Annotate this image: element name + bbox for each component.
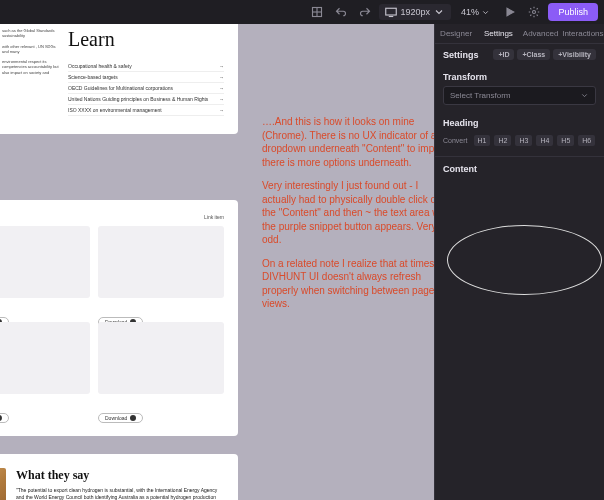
content-title[interactable]: Content bbox=[435, 156, 604, 178]
add-id-pill[interactable]: +ID bbox=[493, 49, 514, 60]
settings-header: Settings +ID +Class +Visibility bbox=[435, 44, 604, 65]
link-item-label: Link item bbox=[0, 214, 224, 220]
list-item[interactable]: Science-based targets→ bbox=[68, 72, 224, 83]
redo-icon[interactable] bbox=[355, 3, 375, 21]
learn-heading: Learn bbox=[68, 28, 224, 51]
h1-button[interactable]: H1 bbox=[474, 135, 491, 146]
testimonial-quote: "The potential to export clean hydrogen … bbox=[16, 487, 224, 500]
desktop-icon bbox=[385, 6, 397, 18]
download-button[interactable]: Download bbox=[98, 413, 143, 423]
chevron-down-icon bbox=[481, 8, 490, 17]
testimonial-heading: What they say bbox=[16, 468, 224, 483]
h5-button[interactable]: H5 bbox=[557, 135, 574, 146]
tab-interactions[interactable]: Interactions bbox=[562, 24, 604, 43]
download-icon bbox=[130, 415, 136, 421]
grid-card: Link item Download Download Download Dow… bbox=[0, 200, 238, 436]
viewport-selector[interactable]: 1920px bbox=[379, 4, 451, 20]
h6-button[interactable]: H6 bbox=[578, 135, 595, 146]
transform-select[interactable]: Select Transform bbox=[443, 86, 596, 105]
top-toolbar: 1920px 41% Publish bbox=[301, 0, 604, 24]
download-button[interactable]: Download bbox=[0, 413, 9, 423]
media-tile bbox=[98, 226, 224, 298]
media-tile bbox=[98, 322, 224, 394]
transform-placeholder: Select Transform bbox=[450, 91, 510, 100]
list-item[interactable]: ISO XXXX on environmental management→ bbox=[68, 105, 224, 116]
list-item[interactable]: OECD Guidelines for Multinational corpor… bbox=[68, 83, 224, 94]
right-panel: Designer Settings Advanced Interactions … bbox=[434, 24, 604, 500]
viewport-value: 1920px bbox=[400, 7, 430, 17]
list-item[interactable]: Occupational health & safety→ bbox=[68, 61, 224, 72]
heading-title: Heading bbox=[435, 111, 604, 132]
convert-label: Convert bbox=[443, 137, 468, 144]
transform-title: Transform bbox=[435, 65, 604, 86]
play-icon[interactable] bbox=[500, 3, 520, 21]
tab-settings[interactable]: Settings bbox=[477, 24, 519, 43]
settings-title: Settings bbox=[443, 50, 479, 60]
h3-button[interactable]: H3 bbox=[515, 135, 532, 146]
undo-icon[interactable] bbox=[331, 3, 351, 21]
chevron-down-icon bbox=[580, 91, 589, 100]
h4-button[interactable]: H4 bbox=[536, 135, 553, 146]
tab-advanced[interactable]: Advanced bbox=[520, 24, 562, 43]
download-icon bbox=[0, 415, 2, 421]
gear-icon[interactable] bbox=[524, 3, 544, 21]
chevron-down-icon bbox=[433, 6, 445, 18]
zoom-selector[interactable]: 41% bbox=[455, 5, 497, 19]
zoom-value: 41% bbox=[461, 7, 479, 17]
h2-button[interactable]: H2 bbox=[494, 135, 511, 146]
panel-tabs: Designer Settings Advanced Interactions bbox=[435, 24, 604, 44]
testimonial-photo bbox=[0, 468, 6, 500]
add-class-pill[interactable]: +Class bbox=[517, 49, 550, 60]
publish-button[interactable]: Publish bbox=[548, 3, 598, 21]
learn-sidetext: such as the Global Standards sustainabil… bbox=[2, 28, 62, 122]
svg-point-5 bbox=[533, 11, 536, 14]
testimonial-card: What they say "The potential to export c… bbox=[0, 454, 238, 500]
canvas-area[interactable]: such as the Global Standards sustainabil… bbox=[0, 24, 434, 500]
layout-icon[interactable] bbox=[307, 3, 327, 21]
tab-designer[interactable]: Designer bbox=[435, 24, 477, 43]
add-visibility-pill[interactable]: +Visibility bbox=[553, 49, 596, 60]
heading-convert-row: Convert H1 H2 H3 H4 H5 H6 bbox=[435, 132, 604, 152]
list-item[interactable]: United Nations Guiding principles on Bus… bbox=[68, 94, 224, 105]
svg-rect-3 bbox=[386, 8, 397, 15]
learn-card: such as the Global Standards sustainabil… bbox=[0, 24, 238, 134]
media-tile bbox=[0, 322, 90, 394]
media-tile bbox=[0, 226, 90, 298]
